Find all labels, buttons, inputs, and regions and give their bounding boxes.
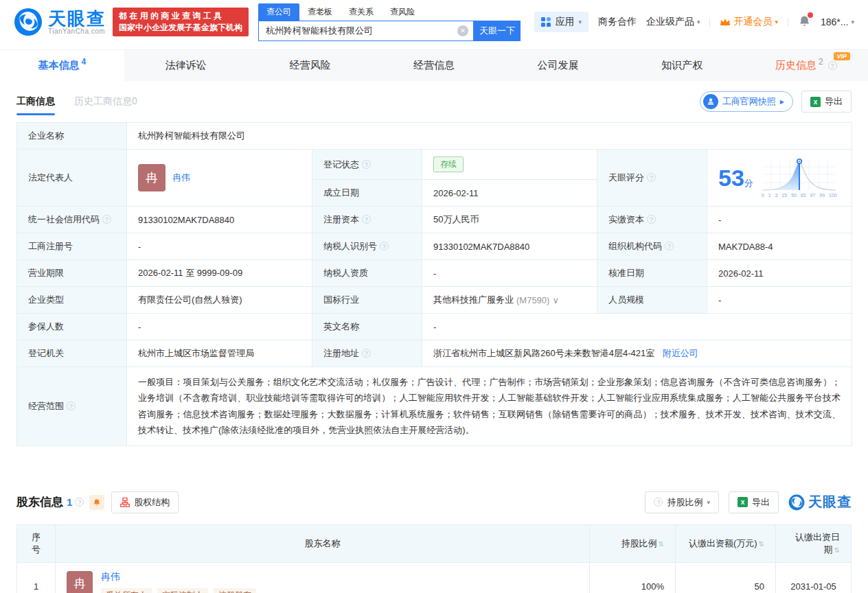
tab-legal[interactable]: 法律诉讼 bbox=[124, 50, 249, 81]
watermark-logo: 天眼查 bbox=[788, 493, 852, 511]
question-icon[interactable]: ? bbox=[828, 61, 837, 70]
company-type-value: 有限责任公司(自然人独资) bbox=[127, 287, 312, 314]
taxpayer-qual-value: - bbox=[422, 260, 597, 287]
biz-scope-label-text: 经营范围 bbox=[28, 401, 64, 411]
reg-status-value: 存续 bbox=[422, 150, 597, 180]
equity-structure-button[interactable]: 股权结构 bbox=[111, 491, 179, 513]
search-input[interactable] bbox=[258, 21, 474, 41]
uscc-label-text: 统一社会信用代码 bbox=[28, 214, 100, 224]
col-holding-ratio[interactable]: 持股比例⇅ bbox=[590, 524, 676, 562]
search-block: 查公司 查老板 查关系 查风险 ✕ 天眼一下 bbox=[258, 3, 521, 41]
tab-ip[interactable]: 知识产权 bbox=[620, 50, 744, 81]
subscribed-amount-value: 50 bbox=[676, 562, 776, 593]
watermark-logo-icon bbox=[788, 494, 805, 511]
question-icon[interactable]: ? bbox=[380, 242, 389, 251]
col-index: 序号 bbox=[17, 524, 56, 562]
staff-size-value: - bbox=[707, 287, 852, 314]
status-badge: 存续 bbox=[433, 156, 464, 172]
tianyancha-logo-icon bbox=[14, 8, 43, 36]
shareholders-section: 股东信息 1 ? 股权结构 ? 持股比例 ▾ x bbox=[16, 491, 852, 593]
tab-operation[interactable]: 经营信息 bbox=[372, 50, 496, 81]
tab-risk[interactable]: 经营风险 bbox=[248, 50, 372, 81]
vip-badge: VIP bbox=[834, 52, 851, 60]
reg-address-label: 注册地址? bbox=[312, 340, 422, 367]
paid-capital-value: - bbox=[707, 207, 852, 233]
question-icon[interactable]: ? bbox=[362, 215, 371, 224]
table-row: 营业期限 2026-02-11 至 9999-09-09 纳税人资质 - 核准日… bbox=[17, 260, 852, 287]
question-icon[interactable]: ? bbox=[75, 498, 84, 507]
table-row: 工商注册号 - 纳税人识别号? 91330102MAK7DA8840 组织机构代… bbox=[17, 233, 852, 260]
question-icon[interactable]: ? bbox=[102, 215, 111, 224]
col-subscribed-date[interactable]: 认缴出资日期⇅ bbox=[776, 524, 852, 562]
question-icon[interactable]: ? bbox=[647, 173, 656, 182]
table-row: 登记机关 杭州市上城区市场监督管理局 注册地址? 浙江省杭州市上城区新风路260… bbox=[17, 340, 852, 367]
table-row: 参保人数 - 英文名称 - bbox=[17, 314, 852, 340]
reg-capital-value: 50万人民币 bbox=[422, 207, 597, 233]
org-code-label-text: 组织机构代码 bbox=[608, 241, 662, 251]
col-subscribed-date-label: 认缴出资日期 bbox=[795, 532, 840, 555]
avatar: 冉 bbox=[138, 164, 165, 191]
account-menu[interactable]: 186*... ▾ bbox=[821, 16, 854, 27]
subtab-business-info[interactable]: 工商信息 bbox=[16, 95, 55, 108]
nav-business-cooperation[interactable]: 商务合作 bbox=[598, 16, 637, 28]
table-row: 企业类型 有限责任公司(自然人独资) 国标行业 其他科技推广服务业 (M7590… bbox=[17, 287, 852, 314]
shareholders-export-button[interactable]: x 导出 bbox=[729, 491, 779, 513]
search-tab-company[interactable]: 查公司 bbox=[258, 3, 299, 21]
biz-scope-value: 一般项目：项目策划与公关服务；组织文化艺术交流活动；礼仪服务；广告设计、代理；广… bbox=[127, 367, 852, 446]
est-date-label: 成立日期 bbox=[312, 180, 422, 207]
staff-size-label: 人员规模 bbox=[597, 287, 707, 314]
subtab-history-business-info[interactable]: 历史工商信息0 bbox=[74, 95, 137, 108]
account-label: 186*... bbox=[821, 16, 848, 27]
search-button[interactable]: 天眼一下 bbox=[474, 21, 521, 41]
question-icon[interactable]: ? bbox=[665, 242, 674, 251]
tab-development[interactable]: 公司发展 bbox=[496, 50, 620, 81]
holding-ratio-dropdown[interactable]: ? 持股比例 ▾ bbox=[645, 491, 719, 513]
org-structure-icon bbox=[120, 498, 130, 507]
export-button[interactable]: x 导出 bbox=[801, 91, 852, 113]
nav-open-vip[interactable]: 开通会员 ▾ bbox=[720, 16, 778, 28]
reg-status-label-text: 登记状态 bbox=[323, 159, 359, 170]
notification-dot bbox=[808, 12, 813, 18]
search-tab-risk[interactable]: 查风险 bbox=[382, 3, 423, 21]
excel-icon: x bbox=[738, 497, 748, 507]
score-distribution-chart bbox=[762, 158, 837, 192]
arrow-right-icon: ▶ bbox=[780, 99, 784, 105]
sort-icon: ⇅ bbox=[759, 540, 764, 548]
tab-basic-info[interactable]: 基本信息 4 bbox=[0, 50, 124, 81]
snapshot-label: 工商官网快照 bbox=[722, 95, 776, 108]
search-tab-relation[interactable]: 查关系 bbox=[341, 3, 382, 21]
org-code-value: MAK7DA88-4 bbox=[707, 233, 852, 260]
row-index: 1 bbox=[17, 562, 56, 593]
industry-dropdown[interactable]: 其他科技推广服务业 (M7590) ∨ bbox=[433, 294, 586, 306]
biz-term-label: 营业期限 bbox=[17, 260, 127, 287]
search-tab-boss[interactable]: 查老板 bbox=[299, 3, 341, 21]
taxpayer-id-label: 纳税人识别号? bbox=[312, 233, 422, 260]
question-icon[interactable]: ? bbox=[647, 215, 656, 224]
question-icon[interactable]: ? bbox=[362, 160, 371, 169]
apps-label: 应用 bbox=[555, 16, 574, 28]
col-subscribed-amount[interactable]: 认缴出资额(万元)⇅ bbox=[676, 524, 776, 562]
official-snapshot-button[interactable]: 工商官网快照 ▶ bbox=[700, 91, 793, 112]
approval-date-label: 核准日期 bbox=[597, 260, 707, 287]
notifications-bell[interactable] bbox=[798, 14, 811, 30]
question-icon[interactable]: ? bbox=[67, 402, 76, 410]
enterprise-label: 企业级产品 bbox=[646, 16, 694, 28]
taxpayer-id-value: 91330102MAK7DA8840 bbox=[422, 233, 597, 260]
apps-menu[interactable]: 应用 ▾ bbox=[534, 12, 589, 32]
shareholder-name-link[interactable]: 冉伟 bbox=[101, 571, 120, 582]
reg-no-value: - bbox=[127, 233, 312, 260]
tianyancha-logo[interactable]: 天眼查 TianYanCha.com bbox=[14, 8, 106, 36]
shareholder-cell: 冉 冉伟 受益所有人 实际控制人 控股股东 bbox=[56, 562, 590, 593]
table-row: 1 冉 冉伟 受益所有人 实际控制人 控股股东 bbox=[17, 562, 852, 593]
question-icon[interactable]: ? bbox=[362, 349, 371, 358]
nav-enterprise-products[interactable]: 企业级产品 ▾ bbox=[646, 16, 700, 28]
monitor-bell-button[interactable] bbox=[89, 495, 104, 510]
en-name-value: - bbox=[422, 314, 852, 340]
tab-history[interactable]: VIP 历史信息 2 ? bbox=[744, 50, 868, 81]
paid-capital-label-text: 实缴资本 bbox=[608, 214, 644, 224]
nearby-companies-link[interactable]: 附近公司 bbox=[663, 348, 698, 358]
clear-icon[interactable]: ✕ bbox=[457, 25, 468, 36]
chevron-down-icon: ∨ bbox=[552, 295, 559, 305]
legal-rep-link[interactable]: 冉伟 bbox=[172, 172, 190, 184]
reg-capital-label: 注册资本? bbox=[312, 207, 422, 233]
